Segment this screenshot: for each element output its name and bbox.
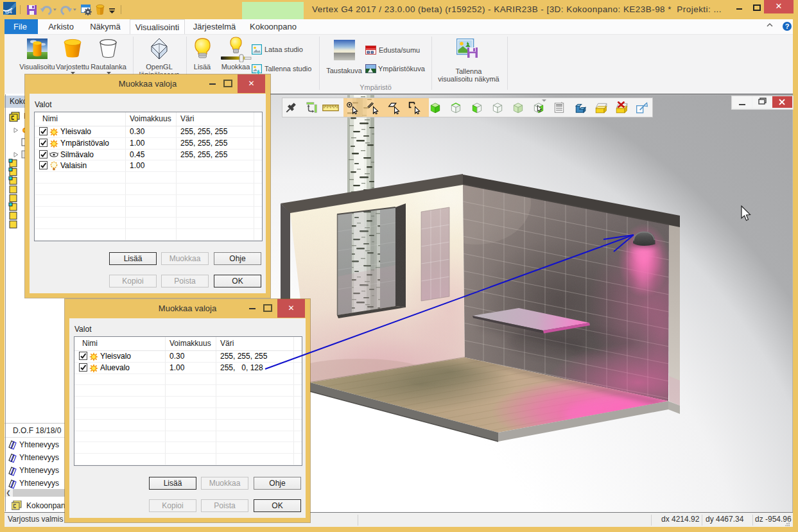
svg-text:G4: G4 bbox=[5, 9, 12, 15]
